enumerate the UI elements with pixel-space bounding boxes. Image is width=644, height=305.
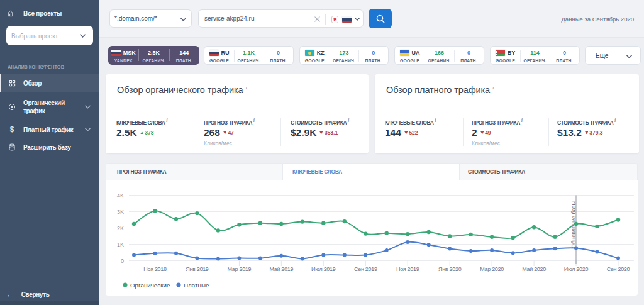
svg-text:Май 2019: Май 2019 bbox=[269, 266, 293, 272]
svg-text:Июл 2020: Июл 2020 bbox=[564, 266, 589, 272]
svg-text:Янв 2020: Янв 2020 bbox=[438, 266, 462, 272]
svg-text:Июл 2019: Июл 2019 bbox=[311, 266, 336, 272]
svg-text:Мар 2020: Мар 2020 bbox=[480, 266, 504, 272]
svg-text:1K: 1K bbox=[117, 241, 124, 248]
svg-text:3K: 3K bbox=[117, 209, 124, 215]
svg-text:Ноя 2019: Ноя 2019 bbox=[396, 266, 419, 272]
svg-text:Янв 2019: Янв 2019 bbox=[186, 266, 209, 272]
svg-text:Май 2020: Май 2020 bbox=[522, 266, 546, 272]
svg-text:Платные: Платные bbox=[184, 282, 209, 289]
svg-text:Ноя 2018: Ноя 2018 bbox=[143, 266, 167, 272]
svg-text:0: 0 bbox=[121, 258, 124, 264]
svg-text:4K: 4K bbox=[117, 192, 124, 199]
svg-text:Сен 2019: Сен 2019 bbox=[354, 266, 377, 272]
svg-text:2K: 2K bbox=[117, 225, 124, 231]
svg-text:Мар 2019: Мар 2019 bbox=[228, 266, 252, 272]
svg-text:Органические: Органические bbox=[130, 282, 170, 289]
svg-text:Сен 2020: Сен 2020 bbox=[607, 266, 630, 272]
